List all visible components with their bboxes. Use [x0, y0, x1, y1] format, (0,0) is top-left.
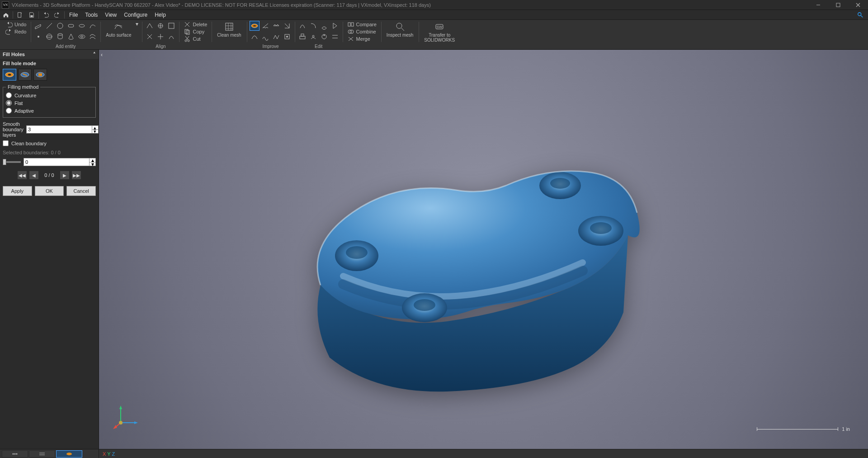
panel-collapse-handle[interactable]: ‹ — [100, 51, 104, 59]
nav-next-button[interactable]: ▶ — [60, 171, 70, 180]
cut-button[interactable]: Cut — [182, 35, 209, 43]
mesh-model[interactable] — [293, 140, 646, 394]
redo-button[interactable]: Redo — [4, 28, 28, 35]
nav-first-button[interactable]: ◀◀ — [17, 171, 27, 180]
separator — [38, 11, 39, 19]
smooth-layers-value[interactable] — [27, 126, 92, 133]
undo-icon[interactable] — [40, 10, 52, 20]
save-icon[interactable] — [26, 10, 38, 20]
entity-cone-icon[interactable] — [66, 32, 76, 42]
align-tool-5-icon[interactable] — [156, 32, 165, 42]
entity-sphere-icon[interactable] — [44, 32, 54, 42]
improve-tool-3-icon[interactable] — [271, 21, 281, 31]
new-file-icon[interactable] — [14, 10, 26, 20]
edit-tool-3-icon[interactable] — [319, 21, 329, 31]
dropdown-caret-icon[interactable]: ▾ — [135, 21, 139, 27]
improve-tool-6-icon[interactable] — [260, 32, 270, 42]
status-tab-1[interactable] — [2, 450, 28, 458]
spin-down-icon[interactable]: ▾ — [89, 162, 95, 166]
menu-file[interactable]: File — [66, 10, 81, 20]
fill-mode-bridge-button[interactable] — [33, 69, 47, 81]
smooth-layers-input[interactable]: ▴▾ — [26, 125, 99, 134]
edit-tool-8-icon[interactable] — [330, 32, 340, 42]
menu-view[interactable]: View — [101, 10, 120, 20]
radio-curvature[interactable]: Curvature — [6, 91, 93, 99]
transfer-solidworks-button[interactable]: SW Transfer toSOLIDWORKS — [421, 21, 458, 43]
fill-holes-button[interactable] — [250, 21, 259, 31]
auto-surface-button[interactable]: Auto surface — [103, 21, 134, 43]
search-icon[interactable] — [855, 10, 865, 20]
spinner[interactable]: ▴▾ — [89, 158, 95, 166]
entity-circle-icon[interactable] — [55, 21, 65, 31]
boundary-slider[interactable] — [3, 161, 21, 163]
entity-spline-icon[interactable] — [88, 21, 98, 31]
improve-tool-8-icon[interactable] — [282, 32, 292, 42]
fill-mode-whole-button[interactable] — [3, 69, 16, 81]
menubar: File Tools View Configure Help — [0, 10, 868, 20]
separator — [13, 11, 13, 19]
entity-plane-icon[interactable] — [33, 21, 43, 31]
inspect-mesh-button[interactable]: Inspect mesh — [384, 21, 416, 43]
menu-tools[interactable]: Tools — [81, 10, 101, 20]
status-tab-2[interactable] — [29, 450, 55, 458]
spin-down-icon[interactable]: ▾ — [92, 129, 98, 133]
edit-tool-7-icon[interactable] — [319, 32, 329, 42]
ok-button[interactable]: OK — [35, 186, 64, 196]
align-tool-1-icon[interactable] — [145, 21, 155, 31]
close-button[interactable] — [848, 0, 868, 10]
redo-icon[interactable] — [52, 10, 63, 20]
edit-tool-1-icon[interactable] — [297, 21, 307, 31]
status-tab-3[interactable] — [56, 450, 82, 458]
entity-slot-icon[interactable] — [66, 21, 76, 31]
align-tool-3-icon[interactable] — [166, 21, 176, 31]
edit-tool-5-icon[interactable] — [297, 32, 307, 42]
combine-button[interactable]: Combine — [345, 28, 378, 35]
radio-flat[interactable]: Flat — [6, 99, 93, 107]
merge-button[interactable]: Merge — [345, 35, 378, 43]
improve-tool-2-icon[interactable] — [260, 21, 270, 31]
copy-button[interactable]: Copy — [182, 28, 209, 35]
improve-tool-5-icon[interactable] — [250, 32, 259, 42]
svg-text:SW: SW — [437, 25, 443, 29]
clean-mesh-button[interactable]: Clean mesh — [214, 21, 244, 43]
clean-boundary-checkbox[interactable]: Clean boundary — [0, 138, 99, 148]
compare-button[interactable]: Compare — [345, 21, 378, 28]
slider-value[interactable] — [24, 158, 89, 166]
panel-header[interactable]: Fill Holes ˄ — [0, 50, 99, 59]
menu-configure[interactable]: Configure — [120, 10, 151, 20]
edit-tool-4-icon[interactable] — [330, 21, 340, 31]
improve-tool-4-icon[interactable] — [282, 21, 292, 31]
maximize-button[interactable] — [828, 0, 848, 10]
svg-point-63 — [16, 453, 18, 454]
entity-torus-icon[interactable] — [77, 32, 87, 42]
svg-marker-55 — [119, 406, 122, 409]
cancel-button[interactable]: Cancel — [66, 186, 96, 196]
home-icon[interactable] — [0, 10, 12, 20]
entity-ellipse-icon[interactable] — [77, 21, 87, 31]
entity-line-icon[interactable] — [44, 21, 54, 31]
entity-curve-network-icon[interactable] — [88, 32, 98, 42]
minimize-button[interactable] — [808, 0, 828, 10]
align-tool-6-icon[interactable] — [166, 32, 176, 42]
entity-cylinder-icon[interactable] — [55, 32, 65, 42]
delete-button[interactable]: Delete — [182, 21, 209, 28]
nav-prev-button[interactable]: ◀ — [29, 171, 39, 180]
svg-point-49 — [414, 299, 435, 311]
menu-help[interactable]: Help — [151, 10, 170, 20]
viewport-3d[interactable]: ‹ — [99, 50, 868, 449]
align-tool-4-icon[interactable] — [145, 32, 155, 42]
fill-mode-partial-button[interactable] — [18, 69, 32, 81]
copy-icon — [184, 28, 191, 35]
undo-button[interactable]: Undo — [4, 21, 28, 28]
slider-thumb[interactable] — [3, 159, 6, 165]
edit-tool-6-icon[interactable] — [308, 32, 318, 42]
edit-tool-2-icon[interactable] — [308, 21, 318, 31]
align-tool-2-icon[interactable] — [156, 21, 165, 31]
spinner[interactable]: ▴▾ — [92, 126, 98, 133]
radio-adaptive[interactable]: Adaptive — [6, 107, 93, 114]
slider-value-input[interactable]: ▴▾ — [24, 158, 96, 166]
improve-tool-7-icon[interactable] — [271, 32, 281, 42]
entity-point-icon[interactable] — [33, 32, 43, 42]
apply-button[interactable]: Apply — [3, 186, 32, 196]
nav-last-button[interactable]: ▶▶ — [71, 171, 81, 180]
